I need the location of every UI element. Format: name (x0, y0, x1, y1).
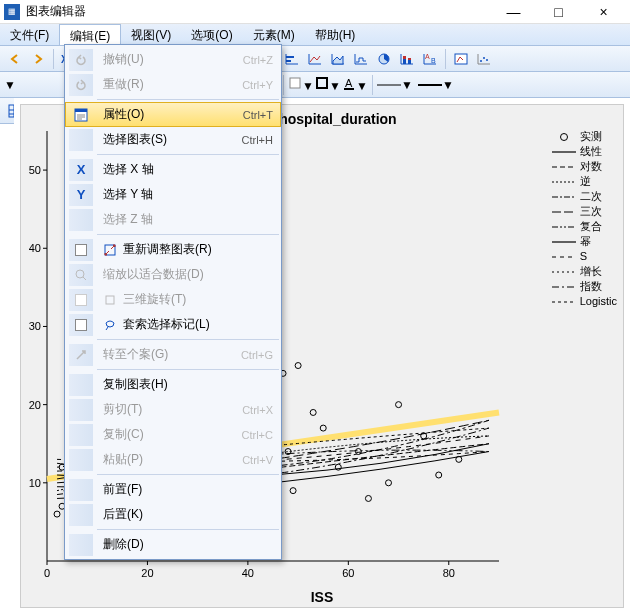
svg-point-111 (310, 409, 316, 415)
svg-point-24 (483, 57, 485, 59)
svg-text:60: 60 (342, 567, 354, 579)
svg-rect-17 (403, 56, 406, 59)
svg-text:0: 0 (44, 567, 50, 579)
line-chart-icon[interactable] (304, 48, 326, 70)
menu-item-zoom-fit: 缩放以适合数据(D) (65, 262, 281, 287)
menu-item-lasso[interactable]: 套索选择标记(L) (65, 312, 281, 337)
svg-text:A: A (345, 77, 353, 89)
svg-rect-27 (317, 78, 327, 88)
menu-item-paste: 粘贴(P)Ctrl+V (65, 447, 281, 472)
pie-chart-icon[interactable] (373, 48, 395, 70)
menu-item-select-chart[interactable]: 选择图表(S)Ctrl+H (65, 127, 281, 152)
svg-text:20: 20 (29, 399, 41, 411)
menu-item-properties[interactable]: 属性(O)Ctrl+T (65, 102, 281, 127)
svg-rect-22 (455, 54, 467, 64)
svg-rect-129 (75, 109, 87, 112)
window-title: 图表编辑器 (26, 3, 491, 20)
svg-point-88 (355, 449, 361, 455)
scatter-ab-icon[interactable]: AB (419, 48, 441, 70)
menu-item-undo[interactable]: 撤销(U)Ctrl+Z (65, 47, 281, 72)
svg-point-131 (76, 270, 84, 278)
svg-rect-19 (408, 58, 411, 60)
svg-rect-14 (286, 60, 291, 62)
separator (97, 154, 279, 155)
menu-item-select-z: 选择 Z 轴 (65, 207, 281, 232)
legend: 实测线性对数逆二次三次复合幂S增长指数Logistic (552, 129, 617, 309)
separator (97, 474, 279, 475)
menu-view[interactable]: 视图(V) (121, 24, 181, 45)
menu-item-bring-front[interactable]: 前置(F) (65, 477, 281, 502)
maximize-button[interactable]: □ (536, 1, 581, 23)
svg-text:10: 10 (29, 477, 41, 489)
separator (97, 234, 279, 235)
separator (372, 75, 373, 95)
svg-text:B: B (431, 57, 436, 64)
svg-point-116 (560, 133, 567, 140)
border-color-combo[interactable]: ▼ (315, 76, 341, 93)
step-chart-icon[interactable] (350, 48, 372, 70)
svg-text:40: 40 (29, 242, 41, 254)
svg-point-89 (386, 480, 392, 486)
menu-item-resize-chart[interactable]: 重新调整图表(R) (65, 237, 281, 262)
svg-text:50: 50 (29, 164, 41, 176)
edit-menu-dropdown: 撤销(U)Ctrl+Z 重做(R)Ctrl+Y 属性(O)Ctrl+T 选择图表… (64, 44, 282, 560)
bar-chart-h-icon[interactable] (281, 48, 303, 70)
menu-item-select-x[interactable]: X 选择 X 轴 (65, 157, 281, 182)
svg-rect-26 (290, 78, 300, 88)
svg-text:A: A (425, 53, 430, 60)
fit-line-icon[interactable] (473, 48, 495, 70)
menu-item-cut: 剪切(T)Ctrl+X (65, 397, 281, 422)
svg-point-110 (290, 488, 296, 494)
svg-point-23 (480, 60, 482, 62)
titlebar: ▦ 图表编辑器 — □ × (0, 0, 630, 24)
menubar: 文件(F) 编辑(E) 视图(V) 选项(O) 元素(M) 帮助(H) (0, 24, 630, 46)
undo-button[interactable] (4, 48, 26, 70)
separator (53, 49, 54, 69)
stacked-icon[interactable] (396, 48, 418, 70)
minimize-button[interactable]: — (491, 1, 536, 23)
menu-item-rotate-3d: 三维旋转(T) (65, 287, 281, 312)
menu-item-select-y[interactable]: Y 选择 Y 轴 (65, 182, 281, 207)
separator (97, 369, 279, 370)
redo-button[interactable] (27, 48, 49, 70)
text-color-combo[interactable]: A▼ (342, 76, 368, 93)
separator (97, 529, 279, 530)
menu-item-copy: 复制(C)Ctrl+C (65, 422, 281, 447)
svg-point-25 (486, 59, 488, 61)
menu-file[interactable]: 文件(F) (0, 24, 59, 45)
svg-point-115 (436, 472, 442, 478)
line-weight-combo[interactable]: ▼ (418, 78, 458, 92)
menu-help[interactable]: 帮助(H) (305, 24, 366, 45)
svg-point-87 (320, 425, 326, 431)
menu-item-delete[interactable]: 删除(D) (65, 532, 281, 557)
menu-elements[interactable]: 元素(M) (243, 24, 305, 45)
menu-item-copy-chart[interactable]: 复制图表(H) (65, 372, 281, 397)
separator (97, 99, 279, 100)
separator (445, 49, 446, 69)
svg-rect-29 (344, 88, 354, 90)
line-style-combo[interactable]: ▼ (377, 78, 417, 92)
svg-point-73 (295, 363, 301, 369)
svg-text:80: 80 (443, 567, 455, 579)
svg-text:40: 40 (242, 567, 254, 579)
svg-rect-132 (106, 296, 114, 304)
close-button[interactable]: × (581, 1, 626, 23)
svg-point-113 (365, 495, 371, 501)
svg-text:20: 20 (141, 567, 153, 579)
menu-edit[interactable]: 编辑(E) (59, 24, 121, 45)
chart-type-icon[interactable] (450, 48, 472, 70)
svg-text:30: 30 (29, 320, 41, 332)
area-chart-icon[interactable] (327, 48, 349, 70)
fill-color-combo[interactable]: ▼ (288, 76, 314, 93)
menu-item-send-back[interactable]: 后置(K) (65, 502, 281, 527)
menu-item-redo[interactable]: 重做(R)Ctrl+Y (65, 72, 281, 97)
separator (283, 75, 284, 95)
svg-rect-13 (286, 56, 294, 58)
app-icon: ▦ (4, 4, 20, 20)
menu-options[interactable]: 选项(O) (181, 24, 242, 45)
svg-point-95 (54, 511, 60, 517)
menu-item-goto-case: 转至个案(G)Ctrl+G (65, 342, 281, 367)
svg-point-114 (396, 402, 402, 408)
separator (97, 339, 279, 340)
